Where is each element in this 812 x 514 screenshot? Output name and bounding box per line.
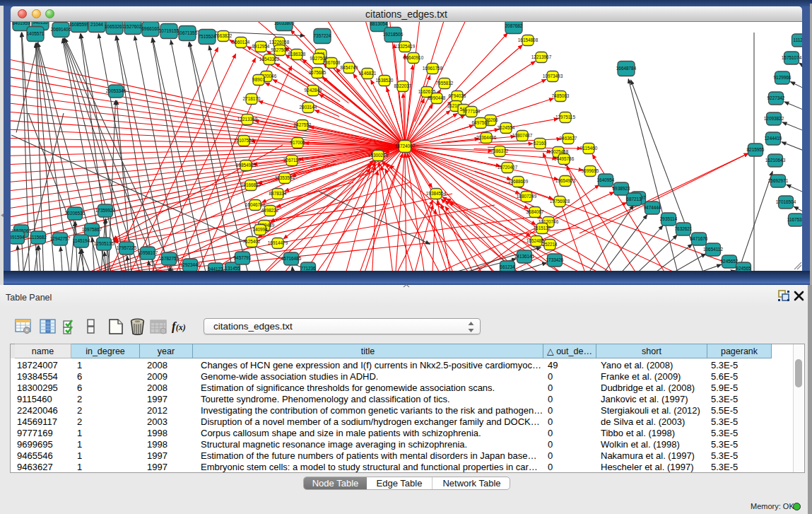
svg-text:9327500: 9327500	[271, 47, 289, 52]
svg-text:9699695: 9699695	[582, 168, 599, 173]
svg-text:15716485: 15716485	[281, 256, 302, 261]
svg-text:16085599: 16085599	[69, 22, 90, 27]
svg-text:1538520: 1538520	[376, 78, 394, 83]
svg-text:6794028: 6794028	[449, 93, 466, 98]
svg-text:16543362: 16543362	[259, 57, 280, 62]
svg-text:1733426: 1733426	[546, 257, 564, 262]
svg-text:19854985: 19854985	[236, 163, 257, 168]
svg-text:8990448: 8990448	[428, 95, 446, 100]
svg-text:252214: 252214	[542, 242, 558, 247]
svg-text:12093822: 12093822	[764, 116, 784, 121]
svg-text:12923446: 12923446	[180, 262, 201, 267]
svg-text:940155: 940155	[33, 22, 48, 25]
svg-text:9242848: 9242848	[305, 88, 322, 93]
svg-text:17359924: 17359924	[95, 208, 116, 213]
svg-text:1115682: 1115682	[30, 235, 47, 240]
svg-text:9474444: 9474444	[644, 205, 661, 210]
svg-text:7386372: 7386372	[491, 148, 509, 153]
svg-text:19384554: 19384554	[426, 191, 447, 196]
svg-text:2718170: 2718170	[243, 96, 261, 101]
svg-text:16154808: 16154808	[518, 37, 539, 42]
svg-text:10973493: 10973493	[543, 74, 563, 78]
svg-text:15720407: 15720407	[498, 165, 518, 170]
svg-text:2087682: 2087682	[505, 23, 523, 28]
svg-text:19654923: 19654923	[555, 178, 576, 183]
svg-text:12213369: 12213369	[237, 117, 258, 122]
svg-text:3624554: 3624554	[498, 125, 515, 130]
svg-text:771236: 771236	[300, 266, 316, 271]
svg-text:19756928: 19756928	[550, 199, 570, 204]
svg-text:131455: 131455	[225, 266, 240, 271]
svg-text:9660124: 9660124	[233, 40, 250, 45]
svg-text:14495786: 14495786	[554, 156, 575, 161]
svg-text:7625402: 7625402	[243, 239, 261, 244]
svg-text:21044: 21044	[90, 22, 103, 27]
svg-text:11124: 11124	[794, 37, 802, 42]
svg-text:924565: 924565	[736, 266, 751, 271]
svg-text:15300275: 15300275	[368, 153, 389, 158]
svg-text:16210643: 16210643	[765, 158, 786, 163]
svg-text:8322037: 8322037	[394, 83, 412, 88]
svg-text:18807249: 18807249	[517, 194, 537, 199]
svg-text:20691406: 20691406	[51, 27, 71, 32]
svg-text:16914479: 16914479	[268, 240, 288, 245]
svg-text:20364436: 20364436	[476, 135, 497, 140]
svg-text:12505135: 12505135	[94, 241, 114, 246]
svg-text:7485063: 7485063	[552, 93, 570, 98]
svg-text:1527602: 1527602	[124, 24, 142, 29]
svg-text:1145194: 1145194	[73, 238, 90, 243]
svg-text:7955812: 7955812	[436, 81, 454, 86]
svg-text:19166827: 19166827	[241, 182, 261, 187]
svg-text:10958107: 10958107	[138, 250, 158, 255]
svg-text:4498222: 4498222	[261, 208, 279, 213]
svg-text:17957225: 17957225	[117, 245, 137, 250]
svg-text:7515524: 7515524	[199, 34, 216, 39]
svg-text:1615132: 1615132	[534, 226, 551, 230]
svg-text:10653267: 10653267	[105, 24, 125, 29]
svg-text:687213: 687213	[626, 197, 642, 201]
svg-text:10688609: 10688609	[508, 179, 529, 184]
svg-text:17016504: 17016504	[776, 199, 796, 204]
svg-text:13226058: 13226058	[269, 40, 290, 45]
svg-text:6497568: 6497568	[472, 120, 490, 125]
svg-text:16961758: 16961758	[423, 66, 443, 71]
svg-text:661234: 661234	[500, 264, 515, 269]
svg-text:10671355: 10671355	[177, 30, 198, 35]
svg-text:9115460: 9115460	[580, 146, 598, 151]
svg-text:1167533: 1167533	[787, 217, 802, 222]
svg-text:9129966: 9129966	[774, 75, 792, 80]
svg-text:3675685: 3675685	[309, 70, 326, 75]
svg-text:9245652: 9245652	[721, 259, 739, 264]
svg-text:3267110: 3267110	[283, 158, 301, 163]
svg-text:8912954: 8912954	[252, 44, 270, 49]
svg-text:140994: 140994	[252, 227, 268, 232]
svg-text:16782759: 16782759	[159, 256, 180, 261]
svg-text:10107553: 10107553	[234, 138, 254, 143]
svg-text:9146821: 9146821	[359, 71, 377, 76]
svg-text:391594: 391594	[11, 235, 25, 240]
svg-text:13325419: 13325419	[395, 44, 416, 49]
svg-text:2803144: 2803144	[300, 105, 317, 110]
svg-text:9457791: 9457791	[234, 255, 252, 260]
svg-text:5938923: 5938923	[613, 186, 630, 191]
svg-text:8454749: 8454749	[341, 65, 358, 70]
svg-text:10654112: 10654112	[703, 247, 723, 252]
svg-text:10807487: 10807487	[512, 133, 533, 138]
svg-text:1244419: 1244419	[765, 136, 782, 141]
svg-text:9463627: 9463627	[560, 136, 577, 141]
svg-text:62160: 62160	[534, 141, 546, 146]
svg-text:15692971: 15692971	[768, 178, 789, 183]
svg-text:9777169: 9777169	[463, 109, 481, 114]
svg-text:20053346: 20053346	[106, 88, 126, 93]
svg-text:18724007: 18724007	[395, 144, 416, 148]
svg-text:10719155: 10719155	[159, 28, 180, 33]
svg-text:8813054: 8813054	[370, 22, 388, 26]
svg-text:20206536: 20206536	[65, 211, 86, 216]
svg-text:16046788: 16046788	[245, 202, 266, 207]
svg-text:15751074: 15751074	[782, 55, 802, 60]
svg-text:1640954: 1640954	[597, 177, 615, 182]
svg-text:7357224: 7357224	[314, 33, 331, 38]
svg-text:7663822: 7663822	[215, 33, 233, 38]
svg-text:8215955: 8215955	[747, 147, 765, 152]
svg-text:10975867: 10975867	[82, 227, 102, 232]
